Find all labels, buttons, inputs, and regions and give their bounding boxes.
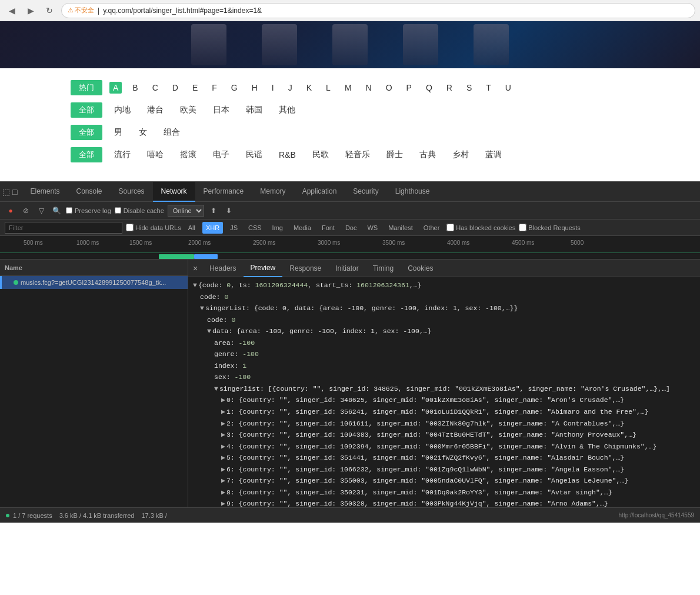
tab-elements[interactable]: Elements bbox=[22, 182, 68, 202]
preview-tab-response[interactable]: Response bbox=[282, 260, 328, 277]
filter-other-btn[interactable]: Other bbox=[420, 222, 444, 234]
blocked-cookies-cb[interactable] bbox=[446, 224, 454, 231]
filter-gender-all-btn[interactable]: 全部 bbox=[71, 125, 102, 140]
blocked-requests-label[interactable]: Blocked Requests bbox=[519, 224, 581, 231]
filter-letter-n[interactable]: N bbox=[362, 82, 375, 94]
expand-3[interactable]: ▶ bbox=[221, 429, 225, 441]
preview-tab-preview[interactable]: Preview bbox=[244, 260, 283, 277]
back-button[interactable]: ◀ bbox=[5, 4, 19, 18]
tab-performance[interactable]: Performance bbox=[195, 182, 252, 202]
filter-letter-o[interactable]: O bbox=[382, 82, 396, 94]
filter-letter-j[interactable]: J bbox=[285, 82, 296, 94]
filter-instrumental[interactable]: 轻音乐 bbox=[341, 148, 375, 161]
filter-letter-d[interactable]: D bbox=[169, 82, 182, 94]
filter-jazz[interactable]: 爵士 bbox=[382, 148, 408, 161]
tab-network[interactable]: Network bbox=[153, 182, 195, 202]
filter-gangtai[interactable]: 港台 bbox=[142, 104, 168, 117]
tab-console[interactable]: Console bbox=[68, 182, 111, 202]
filter-letter-b[interactable]: B bbox=[129, 82, 141, 94]
filter-other-region[interactable]: 其他 bbox=[274, 104, 300, 117]
tab-application[interactable]: Application bbox=[294, 182, 345, 202]
filter-img-btn[interactable]: Img bbox=[269, 222, 286, 234]
filter-letter-c[interactable]: C bbox=[149, 82, 162, 94]
filter-js-btn[interactable]: JS bbox=[226, 222, 241, 234]
expand-data[interactable]: ▼ bbox=[207, 325, 211, 337]
expand-6[interactable]: ▶ bbox=[221, 464, 225, 476]
blocked-cookies-label[interactable]: Has blocked cookies bbox=[446, 224, 515, 231]
preserve-log-checkbox[interactable]: Preserve log bbox=[66, 207, 111, 214]
disable-cache-checkbox[interactable]: Disable cache bbox=[115, 207, 164, 214]
preview-tab-initiator[interactable]: Initiator bbox=[328, 260, 365, 277]
preserve-log-input[interactable] bbox=[66, 207, 72, 214]
filter-input[interactable] bbox=[5, 222, 122, 234]
filter-region-all-btn[interactable]: 全部 bbox=[71, 102, 102, 118]
address-bar[interactable]: ⚠ 不安全 | y.qq.com/portal/singer_list.html… bbox=[61, 3, 695, 18]
filter-letter-t[interactable]: T bbox=[482, 82, 495, 94]
filter-japan[interactable]: 日本 bbox=[208, 104, 234, 117]
filter-letter-k[interactable]: K bbox=[303, 82, 315, 94]
filter-hotlist-btn[interactable]: 热门 bbox=[71, 80, 102, 95]
expand-5[interactable]: ▶ bbox=[221, 452, 225, 464]
filter-hiphop[interactable]: 嘻哈 bbox=[142, 148, 168, 161]
upload-icon[interactable]: ⬆ bbox=[208, 205, 219, 217]
preview-tab-cookies[interactable]: Cookies bbox=[401, 260, 440, 277]
filter-manifest-btn[interactable]: Manifest bbox=[385, 222, 416, 234]
filter-letter-s[interactable]: S bbox=[463, 82, 475, 94]
inspector-icon[interactable]: □ bbox=[12, 187, 17, 197]
filter-rock[interactable]: 摇滚 bbox=[175, 148, 201, 161]
network-item-0[interactable]: musics.fcg?=getUCGI231428991250077548g_t… bbox=[0, 276, 188, 289]
filter-letter-a[interactable]: A bbox=[109, 82, 122, 94]
filter-letter-i[interactable]: I bbox=[268, 82, 278, 94]
filter-letter-p[interactable]: P bbox=[403, 82, 415, 94]
filter-ws-btn[interactable]: WS bbox=[364, 222, 381, 234]
filter-letter-u[interactable]: U bbox=[502, 82, 515, 94]
filter-letter-e[interactable]: E bbox=[189, 82, 201, 94]
filter-xhr-btn[interactable]: XHR bbox=[202, 222, 223, 234]
filter-pop[interactable]: 流行 bbox=[109, 148, 135, 161]
preview-tab-timing[interactable]: Timing bbox=[366, 260, 401, 277]
filter-all-btn[interactable]: All bbox=[185, 222, 199, 234]
filter-oumei[interactable]: 欧美 bbox=[175, 104, 201, 117]
expand-0[interactable]: ▶ bbox=[221, 394, 225, 406]
expand-singerlist[interactable]: ▼ bbox=[200, 303, 204, 314]
expand-8[interactable]: ▶ bbox=[221, 487, 225, 498]
tab-sources[interactable]: Sources bbox=[111, 182, 153, 202]
expand-9[interactable]: ▶ bbox=[221, 498, 225, 507]
tab-memory[interactable]: Memory bbox=[252, 182, 294, 202]
filter-letter-q[interactable]: Q bbox=[422, 82, 436, 94]
search-icon[interactable]: 🔍 bbox=[51, 205, 62, 217]
filter-country[interactable]: 乡村 bbox=[448, 148, 474, 161]
filter-electronic[interactable]: 电子 bbox=[208, 148, 234, 161]
filter-letter-f[interactable]: F bbox=[208, 82, 221, 94]
filter-male[interactable]: 男 bbox=[109, 126, 127, 139]
filter-mainland[interactable]: 内地 bbox=[109, 104, 135, 117]
hide-data-urls-cb[interactable] bbox=[126, 224, 134, 231]
filter-folk-song[interactable]: 民歌 bbox=[308, 148, 334, 161]
filter-female[interactable]: 女 bbox=[134, 126, 152, 139]
filter-classical[interactable]: 古典 bbox=[415, 148, 441, 161]
filter-rnb[interactable]: R&B bbox=[274, 149, 301, 161]
filter-korea[interactable]: 韩国 bbox=[241, 104, 267, 117]
forward-button[interactable]: ▶ bbox=[24, 4, 38, 18]
blocked-requests-cb[interactable] bbox=[519, 224, 526, 231]
expand-root[interactable]: ▼ bbox=[193, 280, 197, 291]
cursor-icon[interactable]: ⬚ bbox=[2, 187, 10, 197]
expand-1[interactable]: ▶ bbox=[221, 406, 225, 418]
close-preview-btn[interactable]: × bbox=[193, 264, 198, 273]
clear-button[interactable]: ⊘ bbox=[20, 205, 32, 217]
refresh-button[interactable]: ↻ bbox=[42, 4, 56, 18]
filter-letter-r[interactable]: R bbox=[443, 82, 456, 94]
filter-letter-g[interactable]: G bbox=[228, 82, 241, 94]
filter-letter-h[interactable]: H bbox=[248, 82, 261, 94]
tab-security[interactable]: Security bbox=[345, 182, 386, 202]
tab-lighthouse[interactable]: Lighthouse bbox=[387, 182, 438, 202]
throttle-select[interactable]: Online bbox=[168, 205, 204, 217]
filter-folk[interactable]: 民谣 bbox=[241, 148, 267, 161]
filter-media-btn[interactable]: Media bbox=[290, 222, 315, 234]
expand-singerlist-arr[interactable]: ▼ bbox=[214, 383, 218, 395]
download-icon[interactable]: ⬇ bbox=[223, 205, 235, 217]
filter-letter-l[interactable]: L bbox=[322, 82, 334, 94]
record-button[interactable]: ● bbox=[5, 205, 16, 217]
hide-data-urls-label[interactable]: Hide data URLs bbox=[126, 224, 181, 231]
expand-4[interactable]: ▶ bbox=[221, 441, 225, 453]
